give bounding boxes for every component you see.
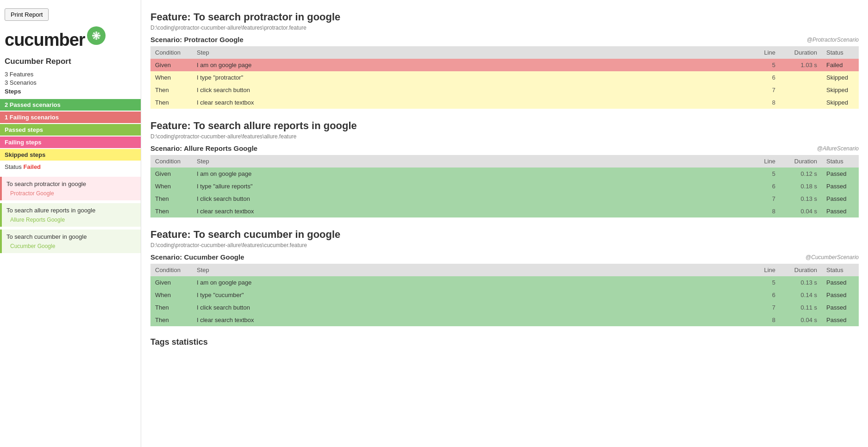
failing-scenarios-badge[interactable]: 1 Failing scenarios	[0, 112, 141, 123]
cell-step: I am on google page	[192, 168, 752, 180]
passed-steps-badge[interactable]: Passed steps	[0, 124, 141, 136]
skipped-steps-badge[interactable]: Skipped steps	[0, 149, 141, 161]
col-status-header-2: Status	[822, 155, 859, 168]
print-button[interactable]: Print Report	[5, 8, 49, 21]
feature-section-3: Feature: To search cucumber in google D:…	[150, 229, 859, 326]
cell-condition: When	[150, 180, 192, 192]
cell-condition: Then	[150, 314, 192, 326]
table-header-row-3: Condition Step Line Duration Status	[150, 264, 859, 276]
status-line: Status Failed	[0, 161, 141, 174]
cell-step: I clear search textbox	[192, 96, 752, 109]
feature-1-scenario-header: Scenario: Protractor Google @ProtractorS…	[150, 36, 859, 43]
cucumber-icon	[87, 26, 106, 45]
cell-step: I clear search textbox	[192, 314, 752, 326]
col-duration-header-3: Duration	[780, 264, 822, 276]
cell-line: 5	[752, 168, 780, 180]
sidebar-scenario-3: Cucumber Google	[2, 242, 141, 253]
cell-duration	[780, 71, 822, 84]
feature-2-tbody: Given I am on google page 5 0.12 s Passe…	[150, 168, 859, 217]
report-title: Cucumber Report	[0, 57, 141, 71]
table-header-row: Condition Step Line Duration Status	[150, 46, 859, 59]
sidebar-feature-1[interactable]: To search protractor in google Protracto…	[0, 177, 141, 200]
col-status-header: Status	[822, 46, 859, 59]
sidebar-feature-3[interactable]: To search cucumber in google Cucumber Go…	[0, 230, 141, 253]
table-row: When I type "cucumber" 6 0.14 s Passed	[150, 289, 859, 301]
feature-1-heading: Feature: To search protractor in google	[150, 11, 859, 23]
cell-status: Passed	[822, 168, 859, 180]
cell-duration: 0.13 s	[780, 276, 822, 289]
table-row: Then I click search button 7 0.13 s Pass…	[150, 192, 859, 205]
cell-step: I am on google page	[192, 276, 752, 289]
table-row: When I type "allure reports" 6 0.18 s Pa…	[150, 180, 859, 192]
sidebar-feature-1-title: To search protractor in google	[2, 177, 141, 189]
sidebar-feature-2-title: To search allure reports in google	[2, 203, 141, 216]
cell-step: I clear search textbox	[192, 205, 752, 217]
table-row: Given I am on google page 5 1.03 s Faile…	[150, 59, 859, 71]
features-count: 3 Features	[5, 71, 136, 78]
status-value: Failed	[23, 163, 41, 170]
cell-step: I am on google page	[192, 59, 752, 71]
cell-duration: 0.12 s	[780, 168, 822, 180]
cell-status: Passed	[822, 301, 859, 314]
cell-duration: 0.18 s	[780, 180, 822, 192]
feature-2-table: Condition Step Line Duration Status Give…	[150, 155, 859, 217]
col-step-header: Step	[192, 46, 752, 59]
col-line-header-3: Line	[752, 264, 780, 276]
cell-step: I type "protractor"	[192, 71, 752, 84]
col-status-header-3: Status	[822, 264, 859, 276]
logo: cucumber	[0, 26, 141, 57]
feature-1-scenario-name: Scenario: Protractor Google	[150, 36, 244, 43]
feature-2-heading: Feature: To search allure reports in goo…	[150, 120, 859, 132]
cell-condition: Then	[150, 192, 192, 205]
feature-2-path: D:\coding\protractor-cucumber-allure\fea…	[150, 133, 859, 140]
logo-text: cucumber	[5, 30, 85, 50]
feature-section-1: Feature: To search protractor in google …	[150, 11, 859, 109]
cell-condition: When	[150, 71, 192, 84]
feature-section-2: Feature: To search allure reports in goo…	[150, 120, 859, 217]
cell-line: 8	[752, 96, 780, 109]
table-row: Given I am on google page 5 0.12 s Passe…	[150, 168, 859, 180]
cell-line: 6	[752, 289, 780, 301]
table-row: When I type "protractor" 6 Skipped	[150, 71, 859, 84]
stats: 3 Features 3 Scenarios Steps	[0, 71, 141, 98]
col-condition-header-2: Condition	[150, 155, 192, 168]
cell-status: Passed	[822, 314, 859, 326]
cell-duration: 0.11 s	[780, 301, 822, 314]
cell-step: I type "cucumber"	[192, 289, 752, 301]
cell-status: Passed	[822, 180, 859, 192]
table-row: Given I am on google page 5 0.13 s Passe…	[150, 276, 859, 289]
feature-2-scenario-tag: @AllureScenario	[817, 145, 859, 152]
steps-label: Steps	[5, 88, 136, 95]
col-condition-header-3: Condition	[150, 264, 192, 276]
cell-step: I type "allure reports"	[192, 180, 752, 192]
cell-line: 6	[752, 71, 780, 84]
sidebar-feature-2[interactable]: To search allure reports in google Allur…	[0, 203, 141, 227]
cell-line: 8	[752, 205, 780, 217]
sidebar-scenario-2: Allure Reports Google	[2, 216, 141, 227]
cell-condition: Then	[150, 301, 192, 314]
cell-condition: Then	[150, 96, 192, 109]
feature-3-scenario-tag: @CucumberScenario	[806, 254, 859, 261]
cell-step: I click search button	[192, 84, 752, 96]
passed-scenarios-badge[interactable]: 2 Passed scenarios	[0, 99, 141, 111]
failing-steps-badge[interactable]: Failing steps	[0, 137, 141, 148]
col-condition-header: Condition	[150, 46, 192, 59]
status-label: Status	[5, 163, 22, 170]
main-content: Feature: To search protractor in google …	[141, 0, 868, 447]
cell-condition: When	[150, 289, 192, 301]
cell-condition: Given	[150, 59, 192, 71]
feature-1-path: D:\coding\protractor-cucumber-allure\fea…	[150, 25, 859, 31]
col-line-header: Line	[752, 46, 780, 59]
cell-line: 6	[752, 180, 780, 192]
cell-step: I click search button	[192, 301, 752, 314]
cell-duration	[780, 96, 822, 109]
feature-2-scenario-header: Scenario: Allure Reports Google @AllureS…	[150, 144, 859, 152]
sidebar-scenario-1: Protractor Google	[2, 189, 141, 200]
col-step-header-3: Step	[192, 264, 752, 276]
cell-status: Passed	[822, 205, 859, 217]
feature-3-tbody: Given I am on google page 5 0.13 s Passe…	[150, 276, 859, 326]
table-row: Then I clear search textbox 8 Skipped	[150, 96, 859, 109]
cell-duration	[780, 84, 822, 96]
feature-3-path: D:\coding\protractor-cucumber-allure\fea…	[150, 242, 859, 248]
cell-line: 7	[752, 192, 780, 205]
